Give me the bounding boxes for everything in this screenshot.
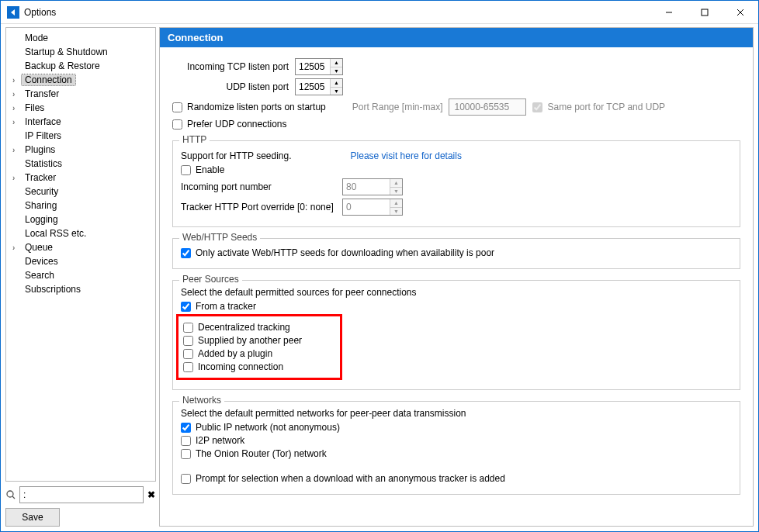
http-group: HTTP Support for HTTP seeding. Please vi… xyxy=(172,140,740,227)
maximize-button[interactable] xyxy=(687,1,723,24)
expand-icon[interactable]: › xyxy=(12,118,22,126)
spin-down-icon: ▼ xyxy=(390,208,402,216)
tree-item[interactable]: Security xyxy=(6,185,155,199)
tree-item[interactable]: ›Plugins xyxy=(6,143,155,157)
network-checkbox[interactable]: Public IP network (not anonymous) xyxy=(181,422,732,433)
tree-item-label: Logging xyxy=(22,214,61,225)
tree-item[interactable]: ›Tracker xyxy=(6,171,155,185)
tree-item-label: Mode xyxy=(22,33,51,43)
http-override-input xyxy=(343,199,390,215)
http-enable-checkbox[interactable]: Enable xyxy=(181,164,732,175)
peersource-checkbox[interactable]: Added by a plugin xyxy=(183,348,335,359)
tree-item-label: Queue xyxy=(22,242,56,253)
peersource-checkbox[interactable]: Supplied by another peer xyxy=(183,335,335,346)
udp-port-input[interactable] xyxy=(296,79,330,95)
peersource-checkbox[interactable]: Incoming connection xyxy=(183,361,335,372)
tree-item-label: Search xyxy=(22,270,57,281)
tree-item-label: IP Filters xyxy=(22,130,64,141)
http-incoming-spinner: ▲▼ xyxy=(342,178,403,195)
search-input[interactable] xyxy=(19,486,144,503)
tree-item[interactable]: Subscriptions xyxy=(6,282,155,296)
peersource-label: From a tracker xyxy=(196,301,256,312)
search-icon xyxy=(5,488,16,502)
networks-desc: Select the default permitted networks fo… xyxy=(181,408,732,419)
peersources-legend: Peer Sources xyxy=(179,274,242,285)
expand-icon[interactable]: › xyxy=(12,174,22,182)
peersource-label: Supplied by another peer xyxy=(198,335,302,346)
tcp-port-input[interactable] xyxy=(296,59,330,74)
clear-search-icon[interactable]: ✖ xyxy=(147,489,156,500)
tree-item[interactable]: Statistics xyxy=(6,157,155,171)
panel-scroll[interactable]: Incoming TCP listen port ▲▼ UDP listen p… xyxy=(160,47,753,526)
networks-prompt-checkbox[interactable]: Prompt for selection when a download wit… xyxy=(181,473,732,484)
expand-icon[interactable]: › xyxy=(12,76,22,85)
http-details-link[interactable]: Please visit here for details xyxy=(351,150,462,161)
settings-panel: Connection Incoming TCP listen port ▲▼ U… xyxy=(159,27,754,527)
save-button[interactable]: Save xyxy=(5,508,60,527)
expand-icon[interactable]: › xyxy=(12,146,22,154)
peersource-checkbox[interactable]: Decentralized tracking xyxy=(183,322,335,333)
svg-rect-2 xyxy=(702,9,708,16)
spin-down-icon: ▼ xyxy=(390,188,402,195)
network-checkbox[interactable]: I2P network xyxy=(181,435,732,446)
webseeds-legend: Web/HTTP Seeds xyxy=(179,232,260,243)
randomize-checkbox[interactable]: Randomize listen ports on startup xyxy=(172,102,326,112)
port-range-label: Port Range [min-max] xyxy=(352,102,443,112)
webseeds-only-checkbox[interactable]: Only activate Web/HTTP seeds for downloa… xyxy=(181,247,732,258)
peersource-checkbox[interactable]: From a tracker xyxy=(181,301,732,312)
tree-item-label: Devices xyxy=(22,256,61,267)
sidebar: ModeStartup & ShutdownBackup & Restore›C… xyxy=(1,24,156,531)
tree-item[interactable]: ›Interface xyxy=(6,115,155,129)
tree-item[interactable]: Sharing xyxy=(6,199,155,212)
tree-item[interactable]: Logging xyxy=(6,212,155,226)
tree-item[interactable]: ›Queue xyxy=(6,240,155,254)
tree-item[interactable]: ›Transfer xyxy=(6,87,155,101)
expand-icon[interactable]: › xyxy=(12,104,22,112)
peersource-label: Decentralized tracking xyxy=(198,322,290,333)
tree-item[interactable]: Local RSS etc. xyxy=(6,226,155,240)
tree-item[interactable]: ›Files xyxy=(6,101,155,115)
spin-down-icon[interactable]: ▼ xyxy=(331,67,342,75)
svg-marker-0 xyxy=(11,9,15,16)
tree-item-label: Startup & Shutdown xyxy=(22,47,111,57)
udp-port-spinner[interactable]: ▲▼ xyxy=(295,78,343,95)
network-label: I2P network xyxy=(196,435,244,446)
options-tree[interactable]: ModeStartup & ShutdownBackup & Restore›C… xyxy=(5,27,156,482)
tree-item[interactable]: ›Connection xyxy=(6,73,155,87)
tree-item-label: Interface xyxy=(22,116,64,127)
tree-item-label: Connection xyxy=(22,74,75,85)
tree-item[interactable]: Devices xyxy=(6,254,155,268)
minimize-button[interactable] xyxy=(651,1,687,24)
randomize-label: Randomize listen ports on startup xyxy=(187,102,326,112)
webseeds-only-label: Only activate Web/HTTP seeds for downloa… xyxy=(196,247,494,258)
tree-item[interactable]: Search xyxy=(6,268,155,282)
udp-port-label: UDP listen port xyxy=(172,81,289,92)
spin-up-icon: ▲ xyxy=(390,199,402,208)
spin-down-icon[interactable]: ▼ xyxy=(331,88,342,95)
http-enable-label: Enable xyxy=(196,164,224,175)
tcp-port-spinner[interactable]: ▲▼ xyxy=(295,58,343,75)
tcp-port-label: Incoming TCP listen port xyxy=(172,61,289,72)
tree-item[interactable]: Mode xyxy=(6,31,155,45)
expand-icon[interactable]: › xyxy=(12,244,22,252)
prefer-udp-checkbox[interactable]: Prefer UDP connections xyxy=(172,119,740,130)
spin-up-icon[interactable]: ▲ xyxy=(331,79,342,88)
networks-group: Networks Select the default permitted ne… xyxy=(172,401,740,495)
panel-title: Connection xyxy=(160,28,753,47)
same-port-label: Same port for TCP and UDP xyxy=(547,102,665,112)
spin-up-icon[interactable]: ▲ xyxy=(331,59,342,67)
peersource-label: Added by a plugin xyxy=(198,348,272,359)
network-checkbox[interactable]: The Onion Router (Tor) network xyxy=(181,448,732,459)
titlebar: Options xyxy=(1,1,758,24)
peersource-label: Incoming connection xyxy=(198,361,283,372)
close-button[interactable] xyxy=(723,1,758,24)
tree-item[interactable]: Backup & Restore xyxy=(6,59,155,73)
highlight-box: Decentralized trackingSupplied by anothe… xyxy=(176,314,342,380)
tree-item-label: Security xyxy=(22,186,61,197)
tree-item-label: Sharing xyxy=(22,200,60,211)
window-title: Options xyxy=(24,7,56,18)
tree-item[interactable]: Startup & Shutdown xyxy=(6,45,155,59)
tree-item[interactable]: IP Filters xyxy=(6,129,155,143)
app-icon xyxy=(7,6,19,19)
expand-icon[interactable]: › xyxy=(12,90,22,98)
